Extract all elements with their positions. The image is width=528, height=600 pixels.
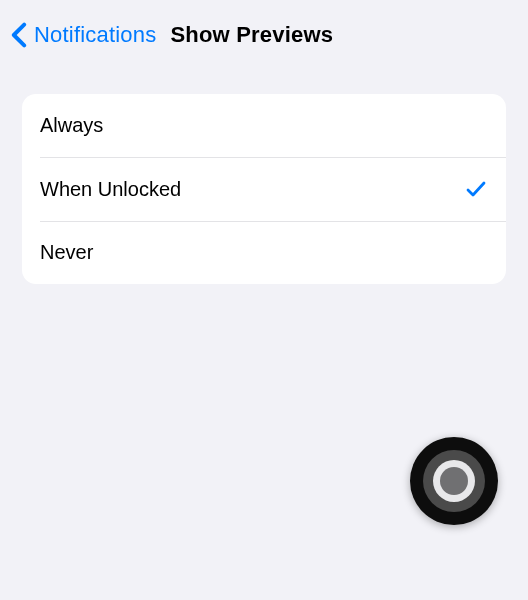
assistive-touch-ring	[433, 460, 475, 502]
option-label: When Unlocked	[40, 178, 181, 201]
assistive-touch-button[interactable]	[410, 437, 498, 525]
options-list: Always When Unlocked Never	[22, 94, 506, 284]
assistive-touch-center	[440, 467, 468, 495]
option-always[interactable]: Always	[22, 94, 506, 157]
chevron-left-icon[interactable]	[10, 22, 30, 48]
option-when-unlocked[interactable]: When Unlocked	[22, 157, 506, 221]
back-button[interactable]: Notifications	[34, 22, 156, 48]
checkmark-icon	[464, 177, 488, 201]
option-label: Always	[40, 114, 103, 137]
nav-bar: Notifications Show Previews	[0, 0, 528, 66]
option-never[interactable]: Never	[22, 221, 506, 284]
assistive-touch-ring	[423, 450, 485, 512]
page-title: Show Previews	[170, 22, 333, 48]
option-label: Never	[40, 241, 93, 264]
